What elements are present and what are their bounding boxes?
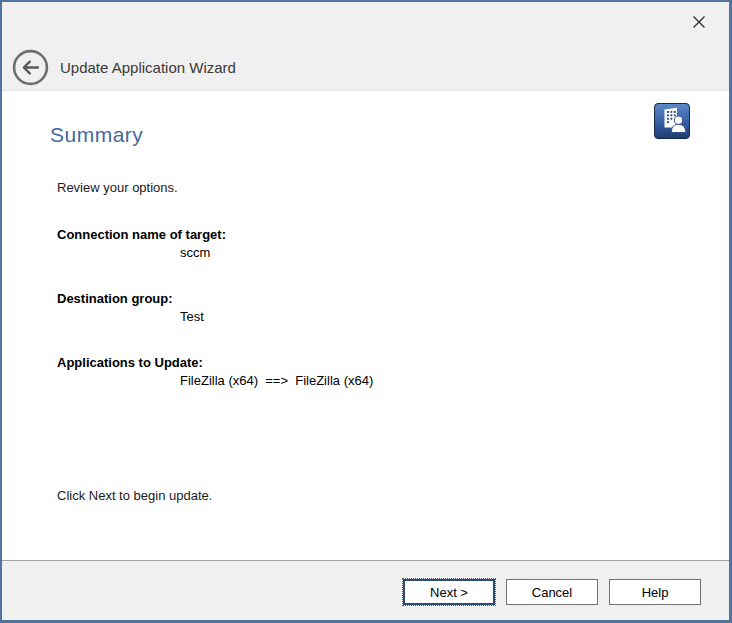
- back-button[interactable]: [12, 49, 49, 86]
- next-instruction-text: Click Next to begin update.: [57, 488, 212, 503]
- intro-text: Review your options.: [57, 180, 178, 195]
- close-button[interactable]: [688, 11, 710, 33]
- field-value: FileZilla (x64) ==> FileZilla (x64): [180, 373, 373, 388]
- page-heading: Summary: [50, 123, 143, 147]
- wizard-window: Update Application Wizard Summary: [0, 0, 732, 623]
- wizard-title: Update Application Wizard: [60, 59, 236, 76]
- field-value: Test: [180, 309, 204, 324]
- help-button[interactable]: Help: [609, 579, 701, 605]
- field-label: Destination group:: [57, 291, 204, 306]
- wizard-header: Update Application Wizard: [2, 2, 729, 91]
- field-label: Applications to Update:: [57, 355, 373, 370]
- close-icon: [691, 14, 707, 30]
- field-applications-to-update: Applications to Update: FileZilla (x64) …: [57, 355, 373, 388]
- field-connection-name: Connection name of target: sccm: [57, 227, 226, 260]
- field-label: Connection name of target:: [57, 227, 226, 242]
- button-bar: Next > Cancel Help: [2, 560, 729, 620]
- application-user-icon: [654, 103, 690, 139]
- summary-page: Summary: [2, 92, 729, 560]
- cancel-button[interactable]: Cancel: [506, 579, 598, 605]
- field-value: sccm: [180, 245, 226, 260]
- next-button[interactable]: Next >: [403, 579, 495, 605]
- back-arrow-icon: [12, 49, 49, 86]
- header-title-row: Update Application Wizard: [12, 49, 236, 86]
- field-destination-group: Destination group: Test: [57, 291, 204, 324]
